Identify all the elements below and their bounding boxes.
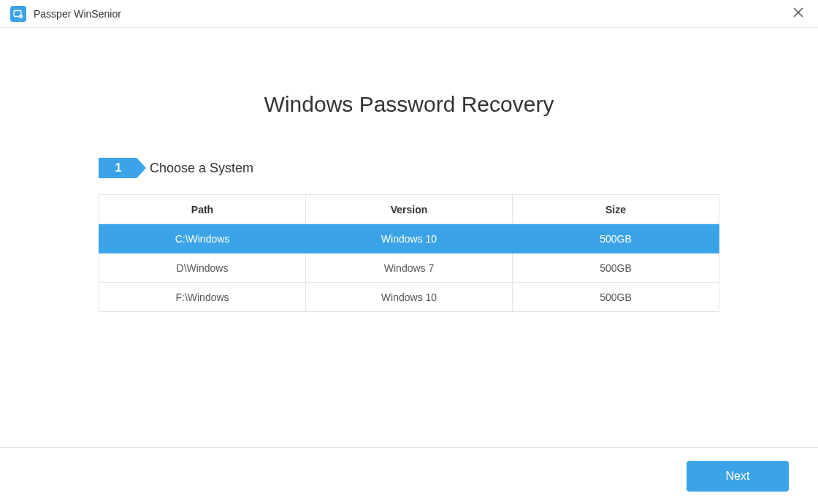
next-button[interactable]: Next [687,461,789,492]
cell-version: Windows 10 [306,283,513,312]
footer: Next [0,447,818,504]
title-left: Passper WinSenior [10,6,121,22]
content-wrap: 1 Choose a System Path Version Size C:\W… [99,158,719,312]
table-row[interactable]: F:\Windows Windows 10 500GB [99,283,719,312]
table-header-row: Path Version Size [99,195,719,224]
table-row[interactable]: D\Windows Windows 7 500GB [99,253,719,283]
cell-path: D\Windows [99,253,306,283]
cell-path: C:\Windows [99,224,306,253]
step-number-badge: 1 [99,158,137,178]
system-table: Path Version Size C:\Windows Windows 10 … [99,194,719,312]
cell-size: 500GB [513,283,719,312]
app-title: Passper WinSenior [34,8,121,20]
cell-size: 500GB [513,253,719,283]
title-bar: Passper WinSenior [0,0,818,28]
header-path: Path [99,195,306,224]
page-title: Windows Password Recovery [0,92,818,117]
main-content: Windows Password Recovery 1 Choose a Sys… [0,28,818,312]
table-row[interactable]: C:\Windows Windows 10 500GB [99,224,719,253]
cell-version: Windows 10 [306,224,513,253]
cell-version: Windows 7 [306,253,513,283]
close-icon[interactable] [787,3,809,24]
header-version: Version [306,195,513,224]
step-indicator: 1 Choose a System [99,158,719,178]
app-icon [10,6,26,22]
header-size: Size [513,195,719,224]
cell-size: 500GB [513,224,719,253]
step-label: Choose a System [150,161,253,176]
cell-path: F:\Windows [99,283,306,312]
